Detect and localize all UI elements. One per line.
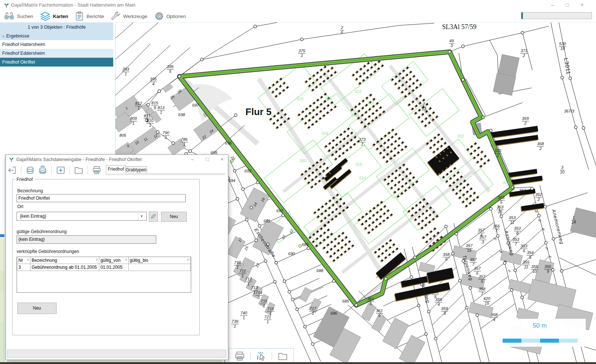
svg-text:11: 11 [510, 220, 514, 225]
toolbar-item-suchen[interactable]: Suchen [3, 10, 37, 22]
map-label: 367/3 [564, 109, 574, 113]
svg-text:353: 353 [497, 205, 504, 209]
edit-ort-button[interactable] [149, 211, 158, 222]
map-label: 029 [322, 131, 328, 136]
toolbar-item-optionen[interactable]: Optionen [153, 10, 190, 22]
svg-text:739: 739 [232, 319, 238, 324]
svg-text:356: 356 [493, 224, 500, 228]
svg-text:9: 9 [547, 269, 549, 274]
svg-text:370: 370 [495, 149, 502, 153]
svg-text:5: 5 [500, 200, 503, 204]
svg-text:3: 3 [561, 165, 564, 169]
ort-combobox[interactable]: {kein Eintrag} ▾ [17, 212, 147, 221]
print-icon[interactable] [92, 165, 101, 175]
svg-text:368: 368 [537, 142, 544, 146]
toolbar-item-berichte[interactable]: Berichte [74, 10, 108, 22]
dialog-minimize-button[interactable]: – [188, 156, 197, 163]
sidebar-item-1[interactable]: Friedhof Hattersheim [0, 40, 113, 49]
ort-neu-button[interactable]: Neu [161, 212, 187, 222]
toolbar-separator [51, 166, 52, 175]
map-label: 022 [355, 89, 361, 94]
toolbar-item-karten[interactable]: Karten [39, 10, 72, 22]
svg-text:002: 002 [457, 134, 464, 138]
print-icon[interactable] [234, 351, 245, 362]
new-window-icon[interactable] [56, 165, 65, 175]
sidebar-item-3[interactable]: Friedhof Okriftel [0, 58, 113, 67]
map-label: 020 [368, 101, 374, 105]
toolbar-separator [250, 352, 251, 360]
tab-grabtypen[interactable]: Grabtypen [125, 166, 147, 174]
svg-text:1: 1 [138, 106, 140, 110]
svg-text:4: 4 [152, 82, 154, 86]
svg-text:6: 6 [341, 30, 343, 35]
svg-text:357: 357 [479, 274, 486, 279]
svg-text:530: 530 [559, 42, 566, 46]
db-import-icon[interactable] [38, 165, 47, 175]
db-save-icon[interactable] [25, 165, 35, 175]
map-label: 002 [457, 134, 464, 138]
sidebar-item-2[interactable]: Friedhof Eddersheim [0, 49, 113, 58]
sort-icon[interactable]: ○ [188, 258, 189, 261]
svg-text:790: 790 [163, 131, 169, 135]
column-header-gültig_von[interactable]: gültig_von○ [99, 257, 128, 264]
dialog-maximize-button[interactable]: □ [203, 156, 212, 163]
neu-button[interactable]: Neu [17, 303, 57, 314]
chevron-down-icon[interactable]: ▾ [138, 212, 145, 220]
dialog-titlebar[interactable]: Gaja®Matrix Sachdateneingabe - Friedhöfe… [6, 155, 228, 164]
folder-icon[interactable] [277, 351, 288, 362]
toolbar-item-werkzeuge[interactable]: Werkzeuge [110, 10, 151, 22]
maximize-button[interactable]: □ [563, 2, 572, 8]
svg-text:688: 688 [317, 268, 324, 273]
map-label: 688 [317, 268, 324, 273]
svg-text:1: 1 [183, 142, 185, 146]
svg-text:716: 716 [267, 307, 274, 311]
folder-icon[interactable] [74, 165, 83, 175]
svg-text:2: 2 [537, 197, 540, 201]
svg-text:2: 2 [522, 53, 525, 58]
svg-text:7: 7 [495, 229, 498, 233]
svg-text:740: 740 [240, 311, 247, 315]
gebuehren-table[interactable]: Nr○Bezeichnung○gültig_von○gültig_bis○3Ge… [17, 257, 191, 293]
svg-text:1: 1 [258, 295, 260, 300]
svg-text:15: 15 [485, 301, 489, 306]
svg-text:714: 714 [256, 290, 262, 295]
svg-text:786: 786 [181, 137, 188, 142]
sort-icon[interactable]: ○ [27, 258, 29, 261]
column-header-Nr[interactable]: Nr○ [17, 257, 31, 264]
svg-text:6: 6 [445, 257, 448, 261]
svg-text:4: 4 [493, 317, 495, 322]
svg-text:SL3Al 57/59: SL3Al 57/59 [442, 23, 477, 31]
map-label: 692 [276, 208, 283, 213]
sort-icon[interactable]: ○ [125, 258, 127, 261]
map-label: 693 [245, 169, 251, 173]
svg-text:805: 805 [119, 133, 126, 138]
bezeichnung-input[interactable] [17, 194, 186, 202]
results-list: Friedhof HattersheimFriedhof EddersheimF… [0, 40, 113, 67]
svg-text:358: 358 [443, 252, 450, 257]
minimize-button[interactable]: – [548, 2, 557, 8]
sort-icon[interactable]: ○ [96, 258, 98, 261]
close-button[interactable]: × [577, 2, 587, 8]
svg-text:1: 1 [247, 282, 250, 286]
results-group[interactable]: ○Ergebnisse [0, 32, 113, 40]
column-header-Bezeichnung[interactable]: Bezeichnung○ [30, 257, 99, 264]
svg-text:811: 811 [144, 114, 150, 118]
info-pointer-icon[interactable]: i [256, 351, 267, 362]
table-row[interactable]: 3Gebührenordnung ab 01.01.200501.01.2005 [17, 264, 191, 271]
back-icon[interactable] [7, 165, 17, 175]
map-label: 691 [264, 219, 270, 223]
svg-text:3: 3 [443, 311, 446, 315]
results-sidebar: 1 von 3 Objekten : Friedhöfe ○Ergebnisse… [0, 22, 113, 67]
tab-friedhof[interactable]: Friedhof [106, 165, 126, 174]
dialog-close-button[interactable]: × [217, 156, 227, 163]
binoculars-icon [4, 11, 15, 21]
svg-text:812: 812 [135, 101, 142, 106]
svg-text:353: 353 [521, 244, 528, 248]
svg-text:393: 393 [122, 67, 129, 71]
svg-text:2: 2 [422, 102, 425, 106]
svg-text:810: 810 [147, 118, 154, 123]
svg-text:696: 696 [225, 141, 232, 145]
svg-text:352: 352 [519, 188, 526, 193]
column-header-gültig_bis[interactable]: gültig_bis○ [128, 257, 190, 264]
toolbar-separator [272, 352, 272, 360]
